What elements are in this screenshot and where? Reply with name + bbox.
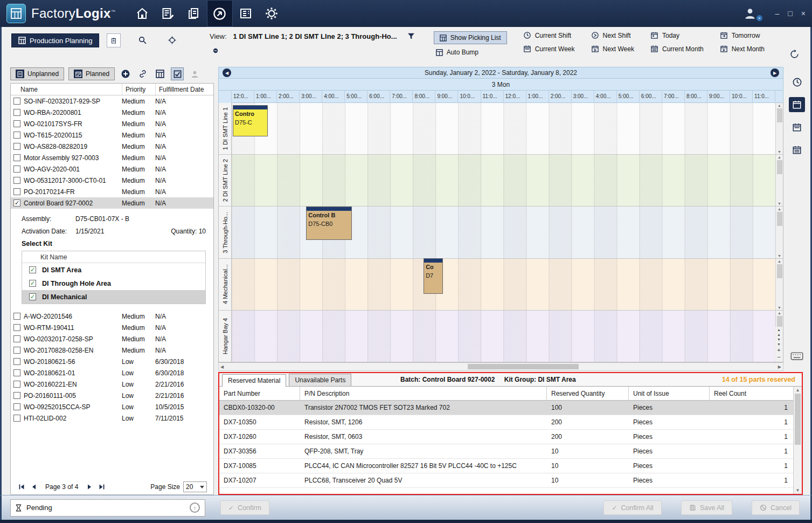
current-shift-button[interactable]: Current Shift [523,31,575,39]
history-clock-icon[interactable] [789,74,805,90]
scroll-bottom-icon[interactable]: ▼ [777,342,781,346]
filter-icon[interactable] [404,31,419,41]
refresh-icon[interactable] [786,49,803,61]
work-order-row[interactable]: ✓ HTI-02LID-002 Low 7/11/2015 [11,412,213,424]
scrollbar-thumb[interactable] [777,160,782,174]
show-picking-list-button[interactable]: Show Picking List [434,31,507,44]
expand-up-icon[interactable]: ↑ [190,503,200,513]
work-order-row[interactable]: ✓ A-WO-20201546 Medium N/A [11,311,213,322]
settings-gear-icon[interactable] [259,0,284,27]
confirm-button[interactable]: ✓ Confirm [220,500,269,515]
part-row[interactable]: DX7-10260 Resistor, SMT, 0603 200 Pieces… [219,430,793,444]
month-view-icon[interactable] [789,142,805,157]
save-all-button[interactable]: Save All [681,500,732,515]
scroll-right-icon[interactable]: ▶ [778,364,781,369]
kit-checkbox[interactable]: ✓ [29,293,36,300]
gantt-bar[interactable]: Control BD75-CB0 [307,207,351,239]
scroll-up-icon[interactable]: ▲ [778,311,781,315]
work-order-row[interactable]: ✓ WO-20180621-56 Low 6/30/2018 [11,356,213,367]
lane-scrollbar[interactable]: ▲ ▼ [775,155,783,206]
confirm-all-button[interactable]: ✓ Confirm All [603,500,662,515]
column-fulfillment-date[interactable]: Fulfillment Date [155,84,213,95]
work-order-checkbox[interactable]: ✓ [13,132,20,139]
production-planning-button[interactable]: Production Planning [11,33,99,47]
work-order-row[interactable]: ✓ PO-20170214-FR Medium N/A [11,186,213,197]
scroll-up-icon[interactable]: ▲ [777,333,781,336]
scrollbar-thumb[interactable] [795,394,801,445]
work-order-checkbox[interactable]: ✓ [13,154,20,161]
minimize-button[interactable]: – [775,9,780,18]
column-part-number[interactable]: Part Number [219,387,300,400]
current-month-button[interactable]: Current Month [650,45,704,53]
part-row[interactable]: DX7-10085 PLCC44, IC CAN Microcontroller… [219,459,793,473]
part-row[interactable]: DX7-10350 Resistor, SMT, 1206 200 Pieces… [219,415,793,430]
today-button[interactable]: Today [650,31,704,39]
home-icon[interactable] [129,0,155,27]
lane-scrollbar[interactable]: ▲ ▼ [775,103,783,154]
work-order-checkbox[interactable]: ✓ [13,369,20,376]
part-row[interactable]: DX7-10207 PLCC68, Transceiver 20 Quad 5V… [219,473,793,488]
scroll-top-icon[interactable]: ▲ [777,328,781,332]
work-order-checkbox[interactable]: ✓ [13,109,20,116]
lane-area[interactable]: ControD75-C [232,103,775,154]
view-select[interactable]: 1 DI SMT Line 1; 2 DI SMT LIne 2; 3 Thro… [230,32,400,41]
work-order-checkbox[interactable]: ✓ [13,381,20,388]
gantt-bar[interactable]: CoD7 [424,259,442,293]
scroll-down-icon[interactable]: ▼ [796,488,800,493]
cancel-button[interactable]: Cancel [752,500,800,515]
work-order-row[interactable]: ✓ Control Board 927-0002 Medium N/A [11,197,213,209]
scroll-down-icon[interactable]: ▼ [778,254,781,258]
work-order-row[interactable]: ✓ WO-02032017-0258-SP Medium N/A [11,333,213,345]
gantt-bar[interactable]: ControD75-C [233,106,267,136]
next-page-icon[interactable] [85,484,94,490]
lane-area[interactable]: Control BD75-CB0 [232,207,775,258]
day-view-icon[interactable] [789,97,805,112]
kit-row[interactable]: ✓ DI Through Hole Area [22,277,205,290]
scroll-down-icon[interactable]: ▼ [777,338,781,341]
work-order-checkbox[interactable]: ✓ [13,324,20,331]
first-page-icon[interactable] [17,484,26,490]
work-order-checkbox[interactable]: ✓ [13,98,20,105]
gantt-horizontal-scrollbar[interactable]: ◀ ▶ [218,363,783,371]
last-page-icon[interactable] [98,484,106,490]
close-button[interactable]: × [801,9,806,18]
tab-unavailable-parts[interactable]: Unavailable Parts [289,374,351,386]
work-order-row[interactable]: ✓ WO-20180621-01 Low 6/30/2018 [11,367,213,379]
lane-area[interactable] [232,311,775,362]
work-order-row[interactable]: ✓ WO-20170828-0258-EN Medium N/A [11,345,213,356]
tab-reserved-material[interactable]: Reserved Material [222,374,286,387]
part-row[interactable]: CBDX0-10320-00 Transistor 2N7002 TMOS FE… [219,401,793,415]
auto-bump-button[interactable]: Auto Bump [434,48,507,57]
column-priority[interactable]: Priority [122,84,155,95]
next-shift-button[interactable]: Next Shift [591,31,634,39]
lane-scrollbar[interactable]: ▲ ▼ [775,259,783,310]
scrollbar-thumb[interactable] [777,108,782,122]
parts-scrollbar[interactable]: ▲ ▼ [793,387,802,494]
scroll-down-icon[interactable]: ▼ [778,150,781,154]
work-order-row[interactable]: ✓ WO-021017SYS-FR Medium N/A [11,118,213,129]
work-order-checkbox[interactable]: ✓ [13,166,20,173]
work-order-checkbox[interactable]: ✓ [13,358,20,365]
work-order-row[interactable]: ✓ Motor Assembly 927-0003 Medium N/A [11,152,213,163]
scroll-up-icon[interactable]: ▲ [778,155,781,159]
show-checked-filter-icon[interactable] [171,67,184,80]
column-unit-of-issue[interactable]: Unit of Issue [629,387,710,400]
scroll-down-icon[interactable]: ▼ [778,202,781,205]
scroll-down-icon[interactable]: ▼ [778,306,781,309]
scroll-up-icon[interactable]: ▲ [796,388,800,393]
link-icon[interactable] [136,67,149,80]
work-order-row[interactable]: ✓ WO-AS828-08282019 Medium N/A [11,141,213,152]
kit-row[interactable]: ✓ DI SMT Area [22,263,205,277]
page-size-select[interactable]: 20 [183,481,207,492]
assign-user-icon[interactable] [188,67,201,80]
add-work-order-icon[interactable] [119,67,132,80]
column-reel-count[interactable]: Reel Count [710,387,793,400]
search-icon[interactable] [135,33,150,45]
work-order-checkbox[interactable]: ✓ [13,177,20,184]
work-order-row[interactable]: ✓ PO-20160111-005 Low 2/21/2016 [11,390,213,401]
work-order-row[interactable]: ✓ SO-INF-02032017-929-SP Medium N/A [11,95,213,107]
work-order-checkbox[interactable]: ✓ [13,415,20,422]
work-order-row[interactable]: ✓ WO-09252015CCA-SP Low 10/5/2015 [11,401,213,412]
work-order-row[interactable]: ✓ WO-20160221-EN Low 2/21/2016 [11,379,213,390]
scheduling-icon[interactable] [207,0,233,27]
